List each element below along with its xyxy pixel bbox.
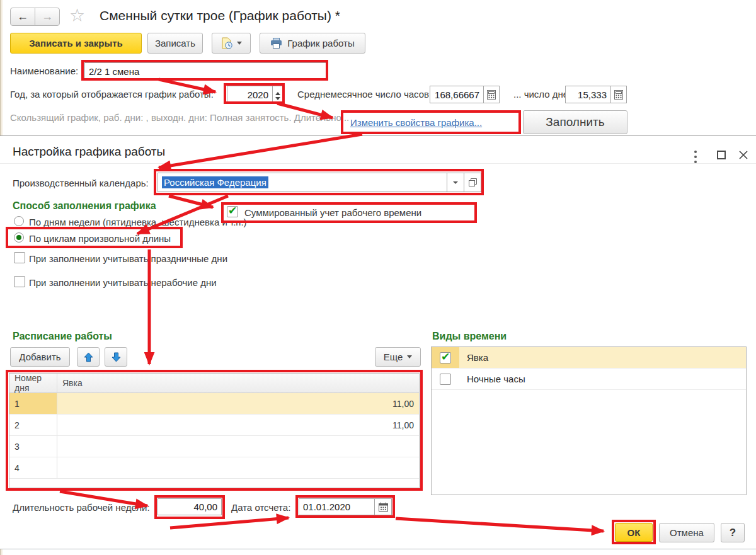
cell-attendance[interactable] [57,457,419,478]
name-input[interactable]: 2/2 1 смена [84,62,326,80]
title-separator [0,163,756,164]
schedule-summary-text: Скользящий график, раб. дни: , выходн. д… [10,112,349,123]
work-schedule-header: Расписание работы [13,331,112,342]
spinner-down-icon[interactable] [275,97,280,100]
move-down-button[interactable] [105,347,127,367]
list-item-label: Явка [459,347,488,368]
time-types-header: Виды времени [432,331,507,342]
forward-button[interactable]: → [35,8,60,26]
year-input[interactable]: 2020 [227,86,284,103]
production-calendar-input[interactable]: Российская Федерация [158,173,481,192]
checkbox-nonworking[interactable] [14,276,25,287]
column-header-day[interactable]: Номер дня [9,374,57,392]
table-row[interactable]: 2 11,00 [9,415,419,436]
check-icon: ✔ [441,352,450,362]
page-title: Сменный сутки трое (График работы) * [100,8,340,23]
cell-day[interactable]: 1 [9,393,57,414]
calendar-icon [379,502,388,512]
checkbox-summed-time[interactable]: ✔ [227,206,238,217]
time-types-list: ✔ Явка Ночные часы [431,346,747,495]
fill-method-header: Способ заполнения графика [13,200,156,212]
move-up-button[interactable] [77,347,100,367]
table-row[interactable]: 1 11,00 [9,393,419,415]
check-icon: ✔ [228,205,237,216]
add-row-button[interactable]: Добавить [10,347,70,367]
date-picker-button[interactable] [374,499,391,515]
cell-attendance[interactable]: 11,00 [57,415,419,435]
arrow-down-icon [112,352,121,362]
schedule-table-header[interactable]: Номер дня Явка [9,374,419,393]
dropdown-caret-icon [407,355,412,358]
ok-button[interactable]: ОК [615,523,653,542]
save-button[interactable]: Записать [147,33,203,54]
close-icon[interactable] [738,150,748,160]
create-based-on-button[interactable] [212,33,251,54]
arrow-up-icon [84,352,93,362]
radio-by-cycles-label[interactable]: По циклам произвольной длины [29,233,171,244]
cell-day[interactable]: 2 [9,415,57,435]
schedule-table: Номер дня Явка 1 11,00 2 11,00 3 4 [9,373,420,488]
favorite-star-icon[interactable]: ☆ [69,5,85,26]
cancel-button[interactable]: Отмена [659,523,714,542]
cell-day[interactable]: 4 [9,457,57,478]
forward-icon: → [42,10,53,23]
cell-day[interactable]: 3 [9,436,57,457]
production-calendar-label: Производственный календарь: [13,178,149,188]
start-date-input[interactable]: 01.01.2020 [299,498,392,515]
open-icon [469,178,477,186]
radio-by-weekdays[interactable] [14,216,24,226]
checkbox-holidays[interactable] [14,252,25,263]
checkbox-holidays-label[interactable]: При заполнении учитывать праздничные дни [29,253,227,264]
calendar-open-button[interactable] [464,173,481,192]
start-date-label: Дата отсчета: [231,502,290,513]
help-button[interactable]: ? [721,523,745,542]
selected-text: Российская Федерация [162,176,268,188]
calendar-dropdown-button[interactable] [447,173,464,192]
dropdown-caret-icon [237,42,242,45]
back-button[interactable]: ← [10,8,35,26]
checkbox-nonworking-label[interactable]: При заполнении учитывать нерабочие дни [29,277,217,288]
list-item[interactable]: Ночные часы [432,369,746,390]
radio-by-weekdays-label[interactable]: По дням недели (пятидневка, шестидневка … [29,217,247,227]
calculator-icon [614,90,623,100]
checkbox-night-hours[interactable] [440,374,451,385]
year-spinner[interactable] [272,86,283,103]
list-item-label: Ночные часы [459,369,525,389]
calculator-button[interactable] [483,86,499,103]
table-row[interactable]: 4 [9,457,419,479]
maximize-icon[interactable] [717,151,726,159]
spinner-up-icon[interactable] [275,92,280,95]
checkbox-attendance[interactable]: ✔ [440,352,451,363]
more-button-label: Еще [384,352,403,362]
days-input[interactable]: 15,333 [565,86,627,103]
week-length-input[interactable]: 40,00 [158,498,222,515]
checkbox-summed-time-label[interactable]: Суммированный учет рабочего времени [244,207,421,218]
calculator-icon [487,90,496,100]
document-clock-icon [220,37,233,50]
print-schedule-label: График работы [287,38,354,49]
edit-schedule-properties-link[interactable]: Изменить свойства графика... [350,117,482,128]
avg-hours-label: Среднемесячное число часов: [297,89,432,100]
year-label: Год, за который отображается график рабо… [10,89,214,100]
print-schedule-button[interactable]: График работы [260,33,365,54]
avg-hours-input[interactable]: 168,66667 [430,86,500,103]
dialog-title: Настройка графика работы [13,145,165,159]
more-menu-icon[interactable] [694,149,697,164]
nav-buttons: ← → [10,8,60,26]
cell-attendance[interactable] [57,436,419,457]
fill-button[interactable]: Заполнить [523,110,627,134]
column-header-attendance[interactable]: Явка [57,374,419,392]
radio-by-cycles[interactable] [14,232,24,243]
week-length-label: Длительность рабочей недели: [13,502,150,513]
dropdown-caret-icon [453,181,458,184]
back-icon: ← [17,10,28,23]
save-close-button[interactable]: Записать и закрыть [10,33,142,54]
list-item[interactable]: ✔ Явка [432,347,746,369]
more-button[interactable]: Еще [375,347,421,367]
table-row[interactable]: 3 [9,436,419,457]
printer-icon [270,38,282,49]
cell-attendance[interactable]: 11,00 [57,393,419,414]
name-label: Наименование: [10,66,78,76]
calculator-button-2[interactable] [610,86,626,103]
